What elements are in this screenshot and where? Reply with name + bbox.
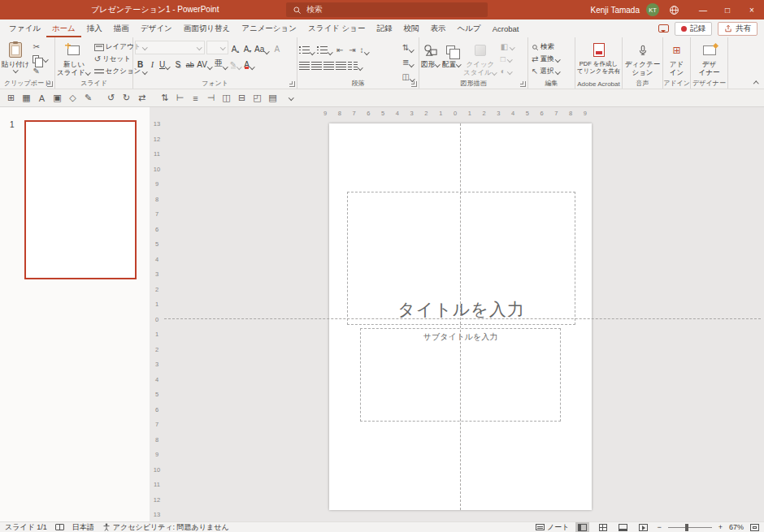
distribute-vertical-icon[interactable]: ⊟ [234,91,250,106]
user-name[interactable]: Kenji Tamada [591,6,640,15]
change-case-button[interactable]: Aa [254,41,270,54]
text-shadow-button[interactable]: S [172,57,183,70]
align-center-button[interactable] [311,58,322,71]
title-placeholder[interactable]: タイトルを入力 [347,192,575,325]
format-painter-button[interactable]: ✎ [31,66,50,77]
character-spacing-button[interactable]: AV [197,57,213,70]
line-spacing-button[interactable]: ↕ [359,42,370,55]
designer-button[interactable]: デザ イナー [692,39,726,78]
dialog-launcher-drawing[interactable] [520,81,526,87]
insert-shape-icon[interactable]: ◇ [65,91,80,106]
ribbon-tab[interactable]: デザイン [135,19,178,37]
replace-button[interactable]: ⇄置換 [530,54,562,65]
align-right-objects-icon[interactable]: ⊣ [203,91,219,106]
cut-button[interactable]: ✂ [31,41,50,53]
ribbon-tab[interactable]: 校閲 [398,19,425,37]
bold-button[interactable]: B [135,57,145,70]
insert-table-icon[interactable]: ⊞ [3,91,19,106]
ribbon-tab[interactable]: 挿入 [81,19,108,37]
quick-styles-button[interactable]: クイック スタイル [463,39,497,78]
font-name-select[interactable] [135,41,205,54]
text-direction-button[interactable]: ⇅ [402,40,415,53]
paste-button[interactable]: 貼り付け [2,39,29,78]
slideshow-button[interactable] [636,522,650,532]
duplicate-slide-icon[interactable]: ▣ [50,91,65,106]
ribbon-tab[interactable]: Acrobat [487,19,525,37]
shapes-button[interactable]: 図形 [421,39,441,78]
draw-icon[interactable]: ✎ [80,91,96,106]
arrange-button[interactable]: 配置 [442,39,462,78]
distribute-horizontal-icon[interactable]: ◫ [219,91,234,106]
accessibility-status[interactable]: アクセシビリティ: 問題ありません [102,522,229,532]
italic-button[interactable]: I [147,57,158,70]
increase-font-size-button[interactable]: A▴ [230,41,241,54]
toolbar-overflow-button[interactable] [285,91,297,106]
shape-fill-button[interactable]: ◧ [499,41,517,53]
align-left-button[interactable] [299,58,310,71]
ribbon-tab[interactable]: 記録 [371,19,398,37]
notes-button[interactable]: ノート [536,522,569,532]
find-button[interactable]: 検索 [530,41,562,53]
share-button[interactable]: 共有 [718,22,757,36]
align-right-button[interactable] [323,58,334,71]
maximize-button[interactable]: □ [715,0,740,19]
minimize-button[interactable]: — [691,0,715,19]
slide[interactable]: タイトルを入力 サブタイトルを入力 [329,123,592,510]
normal-view-button[interactable] [575,522,589,532]
language-status[interactable]: 日本語 [72,522,94,532]
increase-indent-button[interactable]: ⇥ [347,42,358,55]
zoom-level[interactable]: 67% [729,523,744,531]
zoom-slider-thumb[interactable] [685,524,688,531]
ribbon-tab[interactable]: アニメーション [236,19,302,37]
align-left-objects-icon[interactable]: ⊢ [172,91,188,106]
dialog-launcher-clipboard[interactable] [47,81,53,87]
highlight-button[interactable]: ✎ [230,57,242,70]
dialog-launcher-font[interactable] [289,81,295,87]
ribbon-tab[interactable]: 画面切り替え [178,19,236,37]
flip-vertical-icon[interactable]: ⇅ [157,91,172,106]
font-color-button[interactable]: A [244,57,255,70]
ribbon-tab[interactable]: ヘルプ [452,19,487,37]
record-button[interactable]: 記録 [675,22,712,36]
decrease-indent-button[interactable]: ⇤ [335,42,345,55]
close-button[interactable]: × [740,0,764,19]
align-text-button[interactable]: ≣ [402,54,415,67]
dialog-launcher-paragraph[interactable] [411,81,417,87]
vertical-guide[interactable] [460,123,461,510]
font-size-select[interactable] [206,41,228,54]
zoom-out-button[interactable]: − [657,523,661,531]
text-box-icon[interactable]: A [34,91,50,106]
collapse-ribbon-button[interactable] [753,78,759,86]
columns-button[interactable] [348,58,363,71]
ribbon-tab[interactable]: ホーム [46,19,81,37]
avatar[interactable]: KT [646,3,659,16]
shape-outline-button[interactable]: □ [499,54,517,65]
slide-sorter-view-button[interactable] [596,522,610,532]
align-center-objects-icon[interactable]: ≡ [188,91,203,106]
rotate-right-icon[interactable]: ↻ [119,91,134,106]
ruby-button[interactable]: 亜 [215,57,228,70]
group-objects-icon[interactable]: ◰ [250,91,265,106]
ribbon-tab[interactable]: スライド ショー [302,19,371,37]
search-box[interactable]: 検索 [286,2,488,17]
select-button[interactable]: ↖選択 [530,66,562,77]
decrease-font-size-button[interactable]: A▾ [242,41,253,54]
proofing-icon[interactable] [55,524,64,530]
fit-to-window-button[interactable] [750,524,759,531]
insert-image-icon[interactable]: ▦ [19,91,34,106]
create-pdf-button[interactable]: PDF を作成し てリンクを共有 [577,39,620,78]
copy-button[interactable] [31,54,50,65]
ribbon-tab[interactable]: 表示 [425,19,452,37]
ribbon-tab[interactable]: 描画 [108,19,135,37]
clear-formatting-button[interactable]: A [271,41,282,54]
underline-button[interactable]: U [159,57,171,70]
zoom-slider[interactable] [668,527,712,528]
flip-horizontal-icon[interactable]: ⇄ [134,91,150,106]
numbering-button[interactable] [317,42,333,55]
dictation-button[interactable]: ディクテー ション [624,39,661,78]
reading-view-button[interactable] [616,522,630,532]
globe-icon[interactable] [669,5,679,15]
rotate-left-icon[interactable]: ↺ [103,91,119,106]
new-slide-button[interactable]: 新しい スライド [57,39,91,78]
comments-button[interactable] [658,24,669,32]
